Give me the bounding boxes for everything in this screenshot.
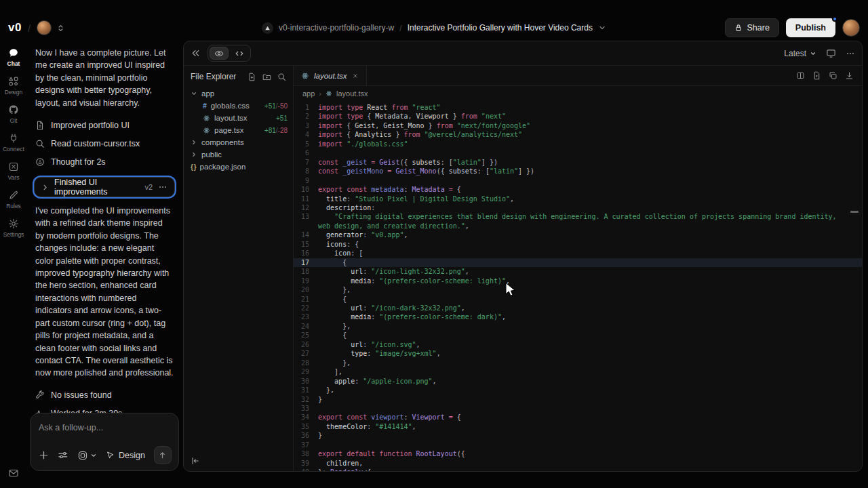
- editor-tabbar: layout.tsx: [294, 66, 862, 86]
- vercel-triangle-icon[interactable]: [262, 22, 273, 34]
- code-line: 12 description:: [294, 203, 862, 212]
- download-icon[interactable]: [845, 71, 854, 80]
- code-line: 8const _geistMono = Geist_Mono({ subsets…: [294, 167, 862, 176]
- file-export-icon[interactable]: [812, 71, 821, 80]
- copy-icon[interactable]: [829, 71, 837, 80]
- tab-label: layout.tsx: [314, 72, 347, 80]
- team-switcher-icon[interactable]: [56, 24, 65, 33]
- breadcrumb-app[interactable]: app: [302, 89, 315, 98]
- code-line: 1import type React from "react": [294, 103, 862, 112]
- split-view-icon[interactable]: [796, 71, 805, 80]
- diff-badge: +51/-50: [264, 102, 288, 110]
- v0-logo[interactable]: v0: [8, 21, 22, 35]
- chat-bubble-icon: [8, 47, 19, 58]
- send-button[interactable]: [154, 446, 172, 464]
- action-read-custom-cursor[interactable]: Read custom-cursor.tsx: [34, 134, 175, 152]
- more-options-icon[interactable]: [846, 49, 855, 58]
- rail-item-rules[interactable]: Rules: [6, 190, 21, 209]
- file-tree: app#globals.css+51/-50layout.tsx+51page.…: [184, 87, 293, 173]
- code-line: 10export const metadata: Metadata = {: [294, 185, 862, 194]
- file-tree-item-public[interactable]: public: [184, 148, 293, 161]
- file-name: page.tsx: [214, 126, 243, 134]
- lock-icon: [734, 24, 743, 32]
- code-line: 32}: [294, 395, 862, 404]
- publish-button[interactable]: Publish: [786, 18, 835, 37]
- breadcrumb-separator: /: [399, 23, 402, 33]
- rail-item-connect[interactable]: Connect: [3, 133, 24, 152]
- rail-item-chat[interactable]: Chat: [7, 47, 20, 67]
- chat-title[interactable]: Interactive Portfolio Gallery with Hover…: [408, 23, 593, 33]
- search-icon[interactable]: [277, 73, 286, 81]
- scrollbar-mark[interactable]: [850, 211, 859, 213]
- file-type-icon: [191, 151, 197, 158]
- code-line: 33: [294, 404, 862, 413]
- action-thought[interactable]: Thought for 2s: [34, 152, 175, 171]
- rail-item-design[interactable]: Design: [5, 76, 22, 96]
- thinking-icon: [35, 157, 45, 167]
- status-no-issues[interactable]: No issues found: [34, 386, 175, 405]
- editor-actions: [796, 71, 862, 80]
- gear-icon: [8, 218, 19, 229]
- task-finished-ui-improvements[interactable]: Finished UI improvements v2: [34, 177, 175, 197]
- code-line: 2import type { Metadata, Viewport } from…: [294, 112, 862, 121]
- team-avatar[interactable]: [37, 20, 52, 35]
- add-attachment-icon[interactable]: [39, 450, 49, 460]
- search-icon: [35, 139, 45, 148]
- action-improved-portfolio-ui[interactable]: Improved portfolio UI: [34, 116, 175, 134]
- design-mode-chip[interactable]: Design: [106, 451, 145, 460]
- chat-input-box[interactable]: Design: [30, 413, 179, 471]
- device-preview-icon[interactable]: [826, 48, 836, 58]
- code-toggle-icon[interactable]: [230, 47, 249, 60]
- project-name[interactable]: v0-interactive-portfolio-gallery-w: [279, 23, 394, 33]
- version-dropdown[interactable]: Latest: [784, 49, 816, 58]
- editor-breadcrumb: app › layout.tsx: [294, 86, 862, 101]
- code-line: 22 url: "/icon-dark-32x32.png",: [294, 304, 862, 312]
- file-tree-item-page-tsx[interactable]: page.tsx+81/-28: [184, 124, 293, 136]
- rail-item-git[interactable]: Git: [8, 104, 19, 124]
- file-tree-item-app[interactable]: app: [184, 87, 293, 100]
- file-name: public: [201, 150, 222, 159]
- code-line: 19 media: "(prefers-color-scheme: light)…: [294, 277, 862, 285]
- code-line: 17 {: [294, 258, 862, 267]
- file-tree-item-layout-tsx[interactable]: layout.tsx+51: [184, 112, 293, 124]
- tab-layout-tsx[interactable]: layout.tsx: [294, 66, 367, 85]
- panel-toolbar-right: Latest: [784, 48, 855, 58]
- code-line: 30 apple: "/apple-icon.png",: [294, 377, 862, 386]
- rail-item-vars[interactable]: Vars: [8, 161, 20, 181]
- file-tree-item-components[interactable]: components: [184, 136, 293, 148]
- follow-up-input[interactable]: [39, 423, 170, 432]
- file-tree-item-package-json[interactable]: { }package.json: [184, 161, 293, 173]
- status-label: No issues found: [51, 390, 112, 400]
- chat-title-chevron-icon[interactable]: [598, 24, 606, 32]
- preview-toggle-eye-icon[interactable]: [210, 47, 229, 60]
- new-file-icon[interactable]: [248, 73, 256, 81]
- breadcrumb-file[interactable]: layout.tsx: [336, 89, 368, 98]
- chevron-down-icon: [90, 452, 97, 459]
- file-type-icon: [191, 90, 197, 97]
- panel-body: File Explorer app#globals.css+51/-50layo…: [184, 66, 862, 472]
- code-line: 35 themeColor: "#141414",: [294, 422, 862, 431]
- code-line: 34export const viewport: Viewport = {: [294, 413, 862, 422]
- code-line: 23 media: "(prefers-color-scheme: dark)"…: [294, 312, 862, 321]
- code-line: 26 url: "/icon.svg",: [294, 340, 862, 349]
- file-tree-item-globals-css[interactable]: #globals.css+51/-50: [184, 100, 293, 112]
- close-tab-icon[interactable]: [352, 73, 359, 79]
- code-line: 15 icons: {: [294, 240, 862, 249]
- code-content[interactable]: 1import type React from "react"2import t…: [294, 101, 862, 472]
- file-icon: [35, 121, 45, 130]
- user-avatar[interactable]: [842, 19, 860, 37]
- file-type-icon: #: [203, 102, 207, 110]
- mail-icon[interactable]: [8, 468, 19, 479]
- model-selector[interactable]: [77, 450, 97, 461]
- share-button[interactable]: Share: [725, 18, 778, 37]
- react-icon: [301, 72, 309, 80]
- rail-label-vars: Vars: [8, 174, 20, 181]
- more-options-icon[interactable]: [158, 182, 167, 192]
- new-folder-icon[interactable]: [262, 73, 271, 81]
- settings-sliders-icon[interactable]: [58, 450, 68, 460]
- diff-badge: +51: [276, 115, 288, 122]
- panel-toolbar: Latest: [184, 41, 862, 66]
- rail-item-settings[interactable]: Settings: [3, 218, 24, 238]
- collapse-panel-icon[interactable]: [191, 48, 201, 58]
- collapse-left-icon[interactable]: [191, 456, 200, 466]
